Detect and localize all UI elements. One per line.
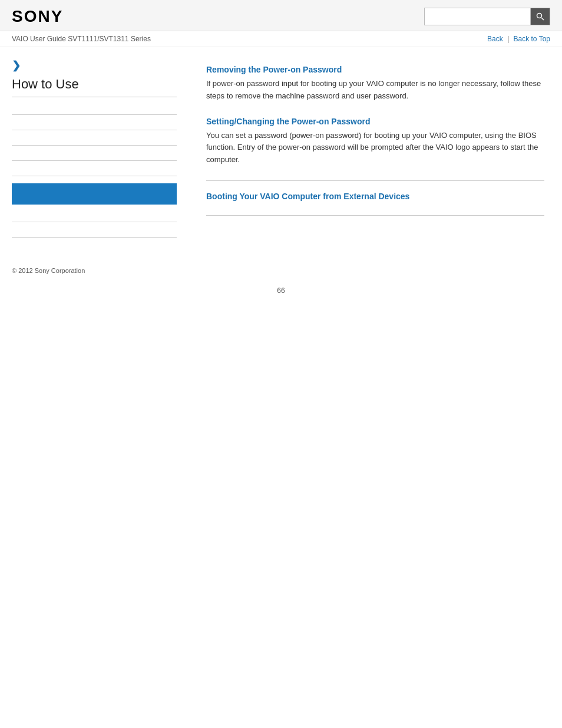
sidebar-nav-item-4[interactable] — [12, 150, 177, 161]
sidebar-nav-item-3[interactable] — [12, 135, 177, 146]
section-2-link[interactable]: Setting/Changing the Power-on Password — [206, 117, 544, 126]
content-section-2: Setting/Changing the Power-on Password Y… — [206, 117, 544, 166]
sidebar-nav-item-7[interactable] — [12, 227, 177, 238]
content-divider-1 — [206, 180, 544, 181]
content-divider-2 — [206, 215, 544, 216]
sidebar-nav-item-2[interactable] — [12, 120, 177, 130]
guide-title: VAIO User Guide SVT1111/SVT1311 Series — [12, 35, 151, 43]
section-3-link[interactable]: Booting Your VAIO Computer from External… — [206, 192, 544, 201]
copyright: © 2012 Sony Corporation — [12, 267, 85, 274]
back-link[interactable]: Back — [487, 35, 503, 43]
search-input[interactable] — [424, 8, 530, 25]
sidebar-title: How to Use — [12, 77, 177, 97]
sidebar-highlight-item[interactable] — [12, 183, 177, 205]
header: SONY — [0, 0, 562, 31]
search-button[interactable] — [530, 8, 550, 25]
content-area: Removing the Power-on Password If power-… — [189, 47, 562, 254]
sony-logo: SONY — [12, 7, 63, 26]
content-section-1: Removing the Power-on Password If power-… — [206, 65, 544, 103]
sidebar-nav-item-1[interactable] — [12, 104, 177, 115]
search-area — [424, 8, 550, 25]
nav-links: Back | Back to Top — [487, 35, 550, 43]
sidebar: ❯ How to Use — [0, 47, 189, 254]
sidebar-nav-item-6[interactable] — [12, 212, 177, 222]
search-icon — [536, 12, 544, 21]
section-1-text: If power-on password input for booting u… — [206, 78, 544, 103]
page-number: 66 — [0, 281, 562, 307]
content-section-3: Booting Your VAIO Computer from External… — [206, 192, 544, 201]
svg-line-1 — [541, 18, 544, 20]
sidebar-arrow: ❯ — [12, 59, 177, 72]
footer: © 2012 Sony Corporation — [0, 254, 562, 281]
nav-separator: | — [507, 35, 509, 43]
section-2-text: You can set a password (power-on passwor… — [206, 130, 544, 166]
back-to-top-link[interactable]: Back to Top — [514, 35, 550, 43]
nav-bar: VAIO User Guide SVT1111/SVT1311 Series B… — [0, 31, 562, 47]
main-container: ❯ How to Use Removing the Power-on Passw… — [0, 47, 562, 254]
svg-point-0 — [537, 14, 542, 18]
section-1-link[interactable]: Removing the Power-on Password — [206, 65, 544, 74]
sidebar-nav-item-5[interactable] — [12, 166, 177, 176]
